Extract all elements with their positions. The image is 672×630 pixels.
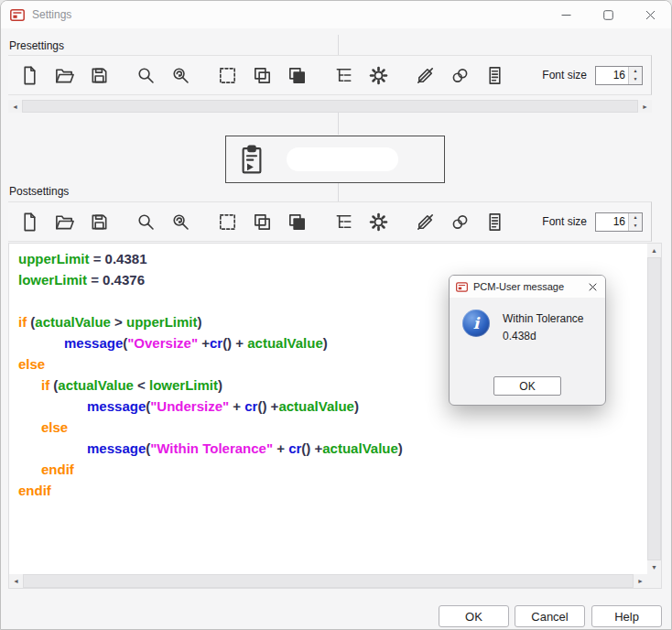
spin-up-button[interactable]: ▲ — [629, 67, 642, 76]
paste-button[interactable] — [281, 205, 313, 238]
save-icon — [89, 65, 110, 86]
font-size-control: Font size ▲▼ — [542, 212, 651, 232]
save-file-button[interactable] — [83, 59, 115, 92]
select-block-button[interactable] — [211, 59, 244, 92]
help-button[interactable]: Help — [591, 605, 662, 627]
presettings-preview-box[interactable] — [225, 136, 445, 183]
open-file-button[interactable] — [49, 59, 81, 92]
save-file-button[interactable] — [83, 205, 115, 238]
find-next-button[interactable] — [165, 59, 197, 92]
paste-button[interactable] — [281, 59, 313, 92]
font-size-spinner[interactable]: ▲▼ — [595, 212, 643, 232]
pcm-user-message-dialog: PCM-User message i Within Tolerance 0.43… — [449, 275, 606, 406]
highlighted-field[interactable] — [287, 147, 398, 171]
find-next-button[interactable] — [165, 205, 197, 238]
code-vertical-scrollbar[interactable]: ▲ ▼ — [647, 244, 661, 574]
popup-titlebar[interactable]: PCM-User message — [450, 276, 605, 298]
notes-icon — [484, 212, 505, 233]
zoom-button[interactable] — [130, 205, 162, 238]
open-file-button[interactable] — [49, 205, 81, 238]
select-block-button[interactable] — [211, 205, 244, 238]
scroll-left-arrow[interactable]: ◄ — [9, 574, 23, 588]
magnifier-icon — [135, 212, 157, 233]
notes-button[interactable] — [479, 59, 511, 92]
font-size-input[interactable] — [596, 213, 628, 231]
scrollbar-thumb[interactable] — [647, 257, 661, 560]
selection-marquee-icon — [217, 65, 238, 86]
edit-disabled-button[interactable] — [409, 59, 441, 92]
popup-ok-button[interactable]: OK — [493, 376, 561, 396]
font-size-label: Font size — [542, 215, 587, 228]
scroll-left-arrow[interactable]: ◄ — [8, 100, 22, 113]
scroll-up-arrow[interactable]: ▲ — [647, 244, 661, 257]
linked-rings-button[interactable] — [444, 59, 476, 92]
misc-tool-group — [409, 205, 514, 238]
presettings-scrollbar[interactable]: ◄ ► — [8, 100, 652, 113]
code-horizontal-scrollbar[interactable]: ◄ ► — [9, 574, 647, 588]
presettings-label: Presettings — [9, 39, 64, 52]
scrollbar-thumb[interactable] — [22, 100, 638, 113]
outline-tree-button[interactable] — [328, 59, 360, 92]
outline-tree-button[interactable] — [328, 205, 360, 238]
popup-close-button[interactable] — [584, 278, 601, 295]
new-file-icon — [19, 65, 40, 86]
minimize-button[interactable] — [545, 1, 587, 28]
spin-up-button[interactable]: ▲ — [629, 213, 642, 223]
scroll-right-arrow[interactable]: ► — [638, 100, 652, 113]
popup-message: Within Tolerance 0.438d — [503, 310, 584, 345]
misc-tool-group — [409, 59, 514, 92]
copy-button[interactable] — [246, 59, 278, 92]
pen-slash-icon — [415, 212, 436, 233]
spin-down-button[interactable]: ▼ — [629, 75, 642, 84]
pcm-app-icon — [456, 282, 468, 292]
linked-rings-button[interactable] — [444, 205, 476, 238]
pen-slash-icon — [415, 65, 436, 86]
scroll-right-arrow[interactable]: ► — [634, 574, 647, 588]
app-icon — [10, 9, 25, 21]
scroll-down-arrow[interactable]: ▼ — [647, 560, 661, 574]
postsettings-label: Postsettings — [9, 185, 69, 198]
spin-down-button[interactable]: ▼ — [629, 222, 642, 231]
font-size-spinner[interactable]: ▲▼ — [595, 66, 643, 85]
save-icon — [89, 212, 110, 233]
font-size-input[interactable] — [596, 67, 628, 84]
code-line: endif — [18, 480, 647, 501]
ok-button[interactable]: OK — [439, 605, 509, 627]
new-file-button[interactable] — [14, 205, 46, 238]
gear-icon — [368, 212, 389, 233]
magnifier-refresh-icon — [170, 65, 191, 86]
copy-icon — [252, 65, 273, 86]
new-file-button[interactable] — [14, 59, 46, 92]
linked-rings-icon — [450, 65, 471, 86]
structure-tool-group — [328, 59, 397, 92]
font-size-label: Font size — [542, 69, 587, 81]
notes-button[interactable] — [479, 205, 511, 238]
font-size-control: Font size ▲▼ — [542, 66, 651, 85]
structure-tool-group — [328, 205, 397, 238]
file-tool-group — [14, 59, 118, 92]
open-folder-icon — [54, 212, 75, 233]
close-button[interactable] — [629, 1, 671, 28]
zoom-button[interactable] — [130, 59, 162, 92]
maximize-button[interactable] — [587, 1, 629, 28]
copy-button[interactable] — [246, 205, 278, 238]
info-icon: i — [462, 310, 490, 337]
vertical-separator — [338, 35, 339, 55]
settings-gear-button[interactable] — [363, 205, 395, 238]
maximize-icon — [603, 10, 613, 20]
code-line: message("Within Tolerance" + cr() +actua… — [18, 438, 647, 459]
notes-icon — [484, 65, 505, 86]
selection-marquee-icon — [217, 212, 238, 233]
cancel-button[interactable]: Cancel — [515, 605, 585, 627]
popup-body: i Within Tolerance 0.438d OK — [450, 298, 605, 405]
window-controls — [545, 1, 671, 28]
paste-icon — [287, 212, 308, 233]
vertical-separator — [338, 113, 339, 135]
scrollbar-thumb[interactable] — [23, 574, 634, 588]
magnifier-refresh-icon — [170, 212, 191, 233]
popup-message-line2: 0.438d — [503, 328, 584, 345]
clipboard-tool-group — [211, 59, 316, 92]
settings-gear-button[interactable] — [363, 59, 395, 92]
code-line: endif — [18, 459, 647, 480]
edit-disabled-button[interactable] — [409, 205, 441, 238]
